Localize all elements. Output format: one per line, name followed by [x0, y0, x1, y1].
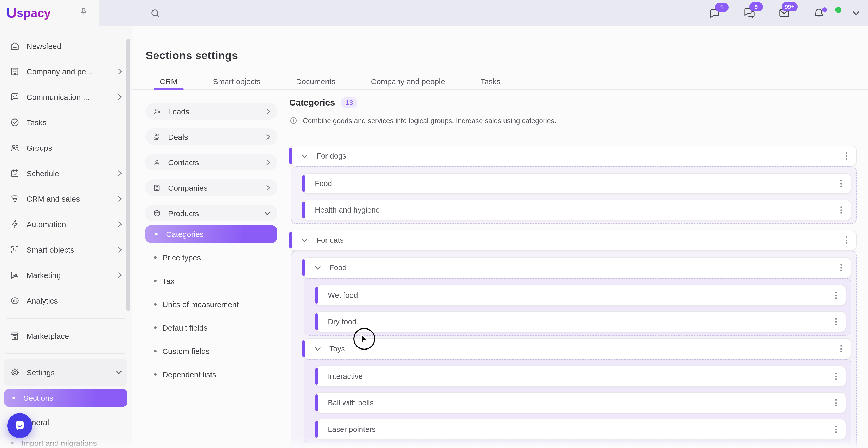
search-icon[interactable] — [150, 8, 161, 19]
kebab-menu-button[interactable] — [833, 397, 839, 409]
category-row-ball-with-bells[interactable]: Ball with bells — [315, 392, 846, 413]
bullet-dot — [155, 233, 158, 235]
chevron-down-icon[interactable] — [315, 266, 320, 270]
category-row-dry-food[interactable]: Dry food — [315, 311, 846, 332]
kebab-menu-button[interactable] — [843, 234, 849, 246]
category-row-for-cats[interactable]: For cats — [289, 230, 857, 250]
sidebar-item-communication[interactable]: Communication ... — [4, 84, 127, 110]
bullet-dot — [12, 397, 15, 399]
nav-item-label: Custom fields — [162, 347, 210, 355]
drag-accent — [289, 148, 292, 164]
chevron-down-icon[interactable] — [315, 347, 320, 350]
category-row-for-dogs[interactable]: For dogs — [289, 145, 857, 166]
category-row-food[interactable]: Food — [302, 173, 851, 194]
nav-item-label: Leads — [168, 107, 189, 116]
nav-item-products[interactable]: Products — [145, 205, 277, 221]
sidebar-item-label: Company and pe... — [27, 67, 93, 76]
drag-accent — [289, 232, 292, 248]
bullet-dot — [11, 442, 13, 444]
category-group-for-cats: For cats Food — [289, 230, 857, 448]
nav-item-label: Categories — [166, 230, 204, 239]
kebab-menu-button[interactable] — [833, 316, 839, 328]
category-row-interactive[interactable]: Interactive — [315, 366, 846, 387]
gear-icon — [10, 368, 20, 377]
nav-item-leads[interactable]: Leads — [145, 103, 277, 119]
tab-company-and-people[interactable]: Company and people — [364, 74, 453, 90]
category-label: Toys — [330, 345, 345, 353]
nav-item-price-types[interactable]: Price types — [145, 246, 277, 269]
tab-crm[interactable]: CRM — [152, 74, 185, 90]
top-icon-cluster: 1 9 99+ — [709, 0, 860, 26]
pin-icon[interactable] — [79, 7, 89, 18]
nav-item-dependent-lists[interactable]: Dependent lists — [145, 363, 277, 386]
sidebar-item-company-and-people[interactable]: Company and pe... — [4, 59, 127, 84]
category-row-health-and-hygiene[interactable]: Health and hygiene — [302, 200, 851, 220]
smart-objects-icon — [10, 245, 20, 255]
nav-item-categories[interactable]: Categories — [145, 225, 277, 243]
chevron-down-icon[interactable] — [302, 154, 308, 158]
kebab-menu-button[interactable] — [838, 178, 844, 189]
categories-count-badge: 13 — [341, 97, 357, 108]
category-row-toys[interactable]: Toys — [302, 338, 851, 359]
kebab-menu-button[interactable] — [833, 371, 839, 382]
kebab-menu-button[interactable] — [838, 204, 844, 216]
sidebar-header: U spacy — [0, 0, 105, 26]
sidebar-item-smart-objects[interactable]: Smart objects — [4, 237, 127, 263]
nav-item-companies[interactable]: Companies — [145, 179, 277, 196]
chat-icon-button[interactable]: 1 — [709, 7, 721, 19]
sidebar-item-label: Settings — [27, 368, 55, 377]
chevron-right-icon — [118, 247, 122, 252]
category-label: Interactive — [328, 372, 363, 380]
sidebar-item-crm-and-sales[interactable]: CRM and sales — [4, 186, 127, 211]
sidebar-item-newsfeed[interactable]: Newsfeed — [4, 33, 127, 59]
chat-launcher-button[interactable] — [7, 413, 32, 438]
profile-chevron-down-icon[interactable] — [852, 11, 860, 15]
tab-tasks[interactable]: Tasks — [473, 74, 508, 90]
category-row-food-cats[interactable]: Food — [302, 257, 851, 278]
kebab-menu-button[interactable] — [833, 423, 839, 435]
sidebar-item-label: Automation — [27, 220, 66, 229]
sidebar-item-tasks[interactable]: Tasks — [4, 110, 127, 135]
package-icon — [152, 209, 161, 217]
chevron-right-icon — [118, 272, 122, 278]
kebab-menu-button[interactable] — [843, 150, 849, 162]
sidebar-item-label: Schedule — [27, 169, 59, 178]
sidebar-item-automation[interactable]: Automation — [4, 211, 127, 237]
kebab-menu-button[interactable] — [838, 343, 844, 354]
category-row-hygiene[interactable]: Hygiene — [302, 446, 851, 448]
sidebar-scrollbar[interactable] — [126, 39, 130, 311]
sidebar-item-schedule[interactable]: Schedule — [4, 161, 127, 186]
mail-icon-button[interactable]: 99+ — [778, 7, 790, 19]
bell-icon-button[interactable] — [813, 7, 825, 19]
nav-item-default-fields[interactable]: Default fields — [145, 316, 277, 339]
sidebar-item-analytics[interactable]: Analytics — [4, 288, 127, 313]
sidebar-item-groups[interactable]: Groups — [4, 135, 127, 161]
nav-item-custom-fields[interactable]: Custom fields — [145, 339, 277, 363]
category-tree: For dogs Food Health and hygiene — [289, 145, 857, 448]
sidebar-item-label: CRM and sales — [27, 194, 80, 203]
sidebar-item-settings[interactable]: Settings — [4, 360, 127, 385]
tab-documents[interactable]: Documents — [289, 74, 343, 90]
sidebar-item-marketplace[interactable]: Marketplace — [4, 323, 127, 349]
nav-item-units-of-measurement[interactable]: Units of measurement — [145, 292, 277, 316]
sidebar-item-marketing[interactable]: Marketing — [4, 263, 127, 288]
kebab-menu-button[interactable] — [838, 262, 844, 273]
category-group-toys: Toys Interactive — [302, 338, 851, 443]
category-row-laser-pointers[interactable]: Laser pointers — [315, 419, 846, 440]
nav-item-contacts[interactable]: Contacts — [145, 154, 277, 170]
group-chat-icon-button[interactable]: 9 — [743, 7, 755, 19]
panel-divider — [283, 90, 283, 448]
uspacy-logo[interactable]: U spacy — [6, 6, 51, 20]
sidebar-item-sections[interactable]: Sections — [4, 389, 127, 407]
chevron-right-icon — [118, 170, 122, 176]
tab-smart-objects[interactable]: Smart objects — [206, 74, 268, 90]
nav-item-tax[interactable]: Tax — [145, 269, 277, 292]
chevron-down-icon[interactable] — [302, 238, 308, 242]
category-row-wet-food[interactable]: Wet food — [315, 285, 846, 306]
chevron-right-icon — [118, 196, 122, 202]
nav-item-deals[interactable]: Deals — [145, 128, 277, 145]
logo-text: spacy — [17, 6, 51, 20]
kebab-menu-button[interactable] — [833, 289, 839, 301]
sidebar-nav: Newsfeed Company and pe... Communication… — [4, 33, 127, 448]
bullet-dot — [154, 280, 157, 282]
